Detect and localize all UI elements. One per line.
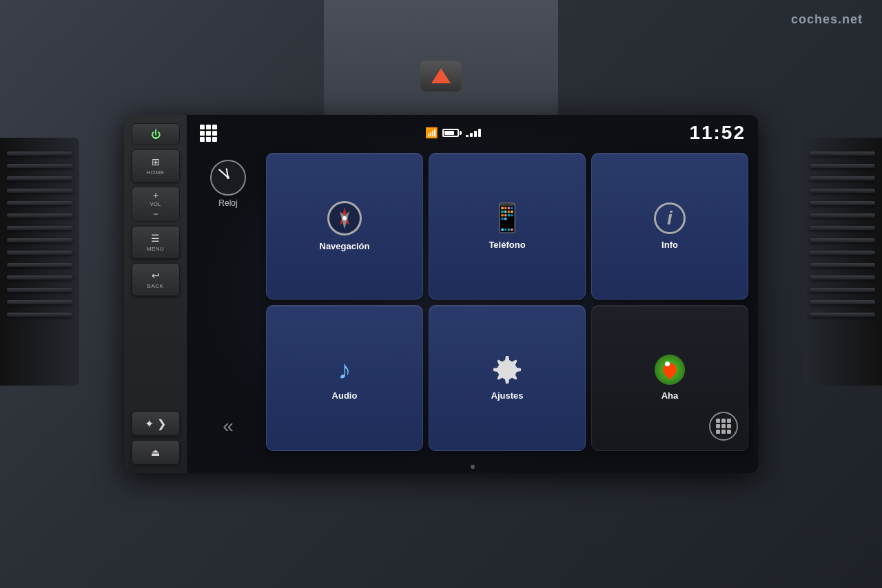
vent-slat <box>7 213 72 218</box>
app-tile-audio[interactable]: ♪ Audio <box>266 305 423 452</box>
app-tile-info[interactable]: i Info <box>591 153 748 300</box>
aha-label: Aha <box>662 390 679 401</box>
vent-slat <box>810 300 875 304</box>
vent-left <box>0 138 79 386</box>
back-chevron-button[interactable]: « <box>223 415 234 437</box>
side-button-panel: ⏻ ⊞ HOME ＋ VOL － ☰ MENU ↩ BACK ✦ ❯ ⏏ <box>124 115 187 473</box>
vent-slat <box>810 151 875 156</box>
phone-icon: 📱 <box>490 202 524 234</box>
grid-icon[interactable] <box>200 125 217 142</box>
main-area: Reloj « <box>187 147 758 461</box>
back-icon: ↩ <box>152 270 160 281</box>
info-icon: i <box>654 202 686 234</box>
bluetooth-icon: 📶 <box>425 127 438 139</box>
info-label: Info <box>662 240 678 250</box>
vent-slat <box>7 263 72 267</box>
app-tile-navegacion[interactable]: Navegación <box>266 153 423 300</box>
vent-slat <box>810 238 875 242</box>
vent-slat <box>810 201 875 205</box>
vent-slat <box>810 288 875 292</box>
vent-slat <box>810 275 875 280</box>
telefono-label: Teléfono <box>489 240 525 250</box>
eject-button[interactable]: ⏏ <box>132 440 180 465</box>
music-icon: ♪ <box>338 355 351 385</box>
status-bar: 📶 11:52 <box>187 115 758 147</box>
vent-slat <box>7 300 72 304</box>
home-icon: ⊞ <box>152 156 160 167</box>
aha-icon <box>655 355 685 385</box>
vent-slat <box>810 176 875 180</box>
signal-bars <box>466 129 481 137</box>
clock-label: Reloj <box>218 198 237 208</box>
vent-slat <box>810 164 875 168</box>
page-dot <box>471 465 475 469</box>
analog-clock <box>210 160 246 196</box>
home-button[interactable]: ⊞ HOME <box>132 149 180 182</box>
clock-center <box>227 176 229 179</box>
watermark: coches.net <box>791 12 863 27</box>
vent-slat <box>810 189 875 193</box>
menu-button[interactable]: ☰ MENU <box>132 226 180 259</box>
audio-label: Audio <box>332 390 358 401</box>
vent-slat <box>7 189 72 193</box>
vent-slat <box>810 251 875 255</box>
volume-up-button[interactable]: ＋ <box>151 190 161 200</box>
app-grid: Navegación 📱 Teléfono i Info ♪ <box>266 153 748 451</box>
vent-slat <box>810 213 875 218</box>
page-indicator <box>187 461 758 473</box>
ajustes-label: Ajustes <box>491 390 524 401</box>
navegacion-label: Navegación <box>320 241 370 251</box>
vent-right <box>803 138 882 386</box>
navigation-icon <box>327 201 362 235</box>
screen-inner: 📶 11:52 <box>187 115 758 473</box>
menu-label: MENU <box>147 246 165 252</box>
clock-widget[interactable]: Reloj <box>210 160 246 208</box>
power-button[interactable]: ⏻ <box>132 123 180 145</box>
vent-slat <box>810 226 875 230</box>
vent-slat <box>7 226 72 230</box>
hazard-area <box>324 0 558 124</box>
time-display: 11:52 <box>689 122 746 144</box>
eject-icon: ⏏ <box>151 447 160 458</box>
status-icons: 📶 <box>425 127 481 139</box>
hazard-triangle-icon <box>431 68 451 83</box>
brightness-icon: ✦ ❯ <box>145 417 165 430</box>
volume-label: VOL <box>150 201 161 207</box>
vent-slat <box>810 313 875 317</box>
svg-point-2 <box>342 216 347 220</box>
brightness-button[interactable]: ✦ ❯ <box>132 411 180 436</box>
vent-slat <box>7 251 72 255</box>
vent-slat <box>810 263 875 267</box>
vent-slat <box>7 164 72 168</box>
gear-icon <box>492 355 522 385</box>
screen: 📶 11:52 <box>187 115 758 473</box>
menu-icon: ☰ <box>151 233 160 244</box>
vent-slat <box>7 288 72 292</box>
back-label: BACK <box>147 283 164 289</box>
vent-slat <box>7 238 72 242</box>
vent-slat <box>7 201 72 205</box>
vent-slat <box>7 176 72 180</box>
app-tile-telefono[interactable]: 📱 Teléfono <box>429 153 586 300</box>
vent-slat <box>7 275 72 280</box>
volume-control: ＋ VOL － <box>132 187 180 222</box>
app-tile-ajustes[interactable]: Ajustes <box>429 305 586 452</box>
apps-grid-button[interactable] <box>709 412 738 441</box>
back-button[interactable]: ↩ BACK <box>132 263 180 296</box>
battery-icon <box>442 129 462 137</box>
hazard-button[interactable] <box>420 61 462 92</box>
volume-down-button[interactable]: － <box>151 209 161 218</box>
vent-slat <box>7 313 72 317</box>
vent-slat <box>7 151 72 156</box>
home-label: HOME <box>147 169 165 176</box>
app-tile-aha[interactable]: Aha <box>591 305 748 452</box>
power-icon: ⏻ <box>151 129 161 140</box>
compass-svg <box>334 206 355 231</box>
clock-sidebar: Reloj « <box>197 153 259 451</box>
head-unit: ⏻ ⊞ HOME ＋ VOL － ☰ MENU ↩ BACK ✦ ❯ ⏏ <box>124 115 758 473</box>
